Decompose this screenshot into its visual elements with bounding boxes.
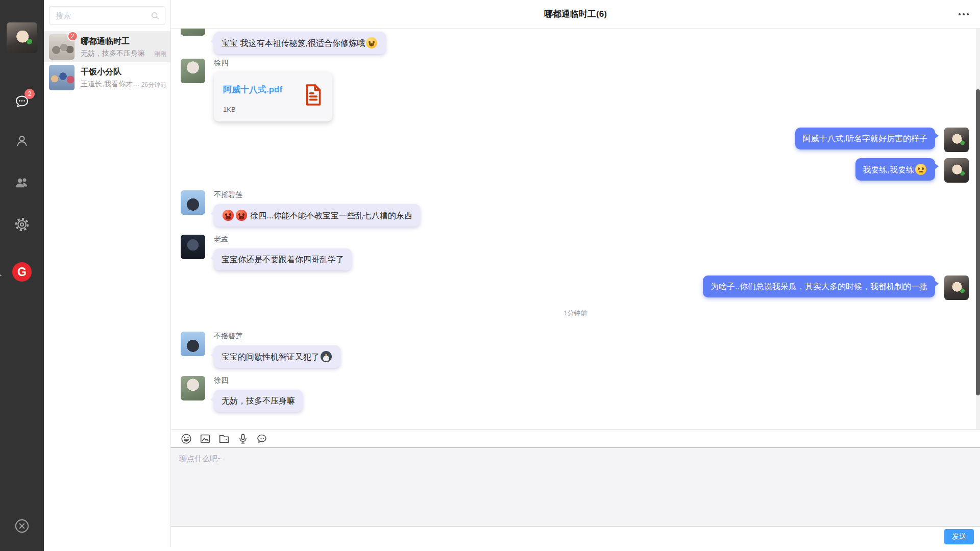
sender-avatar[interactable] [181, 29, 205, 36]
message-bubble: 宝宝的间歇性机智证又犯了 [214, 345, 340, 368]
message-left: 不摇碧莲 宝宝的间歇性机智证又犯了 [181, 332, 340, 368]
chat-title: 哪都通临时工(6) [171, 0, 980, 28]
nav-unread-badge: 2 [24, 89, 35, 99]
message-list: 宝宝 我这有本祖传秘笈,很适合你修炼哦 徐四 阿威十八式.pdf 1KB [171, 29, 980, 429]
chat-panel: 哪都通临时工(6) 宝宝 我这有本祖传秘笈,很适合你修炼哦 徐四 阿威十八式.p… [170, 0, 980, 547]
own-avatar[interactable] [944, 128, 969, 152]
message-left-file: 徐四 阿威十八式.pdf 1KB [181, 59, 332, 121]
conversation-title: 哪都通临时工 [81, 36, 130, 47]
file-attachment-card[interactable]: 阿威十八式.pdf 1KB [214, 71, 332, 121]
nav-rail: 2 [0, 0, 44, 551]
composer-toolbar [171, 430, 980, 447]
pdf-file-icon [304, 84, 323, 108]
hugging-face-emoji-icon [366, 37, 377, 48]
group-chat-icon [14, 174, 30, 193]
nav-item-close[interactable] [0, 512, 44, 542]
search-input[interactable] [49, 6, 165, 25]
penguin-emoji-icon [321, 351, 332, 362]
voice-microphone-icon[interactable] [237, 433, 249, 445]
message-bubble: 我要练,我要练 [855, 158, 935, 181]
conversation-preview: 王道长,我看你才… [81, 80, 140, 89]
file-name-link[interactable]: 阿威十八式.pdf [223, 84, 282, 95]
sender-name: 不摇碧莲 [214, 332, 340, 341]
message-bubble: 宝宝你还是不要跟着你四哥乱学了 [214, 248, 352, 270]
message-history-icon[interactable] [256, 433, 268, 445]
own-avatar[interactable] [944, 276, 969, 300]
sender-avatar[interactable] [181, 59, 205, 83]
sender-name: 徐四 [214, 376, 303, 385]
message-right: 我要练,我要练 [855, 158, 969, 183]
rage-face-emoji-icon [236, 210, 247, 221]
send-file-folder-icon[interactable] [218, 433, 230, 445]
send-button[interactable]: 发送 [944, 529, 974, 544]
nav-item-settings[interactable] [0, 210, 44, 241]
conversation-preview: 无妨，技多不压身嘛 [81, 49, 145, 58]
sender-name: 老孟 [214, 235, 352, 244]
user-avatar[interactable] [7, 22, 37, 53]
message-bubble: 徐四...你能不能不教宝宝一些乱七八糟的东西 [214, 204, 420, 227]
chat-app-window: 2 [0, 0, 980, 551]
conversation-time: 26分钟前 [141, 81, 166, 89]
logo-g-icon: G [12, 262, 32, 282]
melting-face-emoji-icon [915, 164, 926, 175]
conversation-item[interactable]: 干饭小分队 王道长,我看你才… 26分钟前 [44, 62, 170, 93]
close-icon [13, 517, 31, 537]
conversation-list-panel: 2 哪都通临时工 无妨，技多不压身嘛 刚刚 干饭小分队 王道长,我看你才… 26… [44, 0, 170, 551]
message-left: 徐四 无妨，技多不压身嘛 [181, 376, 303, 412]
settings-gear-icon [14, 217, 30, 234]
sender-avatar[interactable] [181, 190, 205, 215]
sender-avatar[interactable] [181, 235, 205, 259]
nav-item-logo[interactable]: G [0, 257, 44, 287]
time-divider: 1分钟前 [171, 309, 980, 318]
emoji-picker-icon[interactable] [180, 433, 192, 445]
rage-face-emoji-icon [223, 210, 234, 221]
send-row: 发送 [171, 527, 980, 547]
sender-avatar[interactable] [181, 376, 205, 400]
conversation-avatar [49, 65, 75, 90]
message-input[interactable] [171, 447, 980, 527]
message-bubble: 无妨，技多不压身嘛 [214, 390, 303, 412]
conversation-item[interactable]: 2 哪都通临时工 无妨，技多不压身嘛 刚刚 [44, 32, 170, 62]
send-image-icon[interactable] [199, 433, 211, 445]
conversation-unread-badge: 2 [67, 31, 78, 41]
message-right: 为啥子..你们总说我呆瓜，其实大多的时候，我都机制的一批 [703, 276, 969, 300]
search-section [44, 0, 170, 32]
conversation-title: 干饭小分队 [81, 67, 121, 78]
nav-item-group-chats[interactable] [0, 168, 44, 199]
chat-header: 哪都通临时工(6) [171, 0, 980, 29]
nav-item-contacts[interactable] [0, 127, 44, 157]
sender-name: 不摇碧莲 [214, 190, 420, 199]
message-bubble: 阿威十八式,听名字就好厉害的样子 [795, 128, 935, 149]
message-bubble: 为啥子..你们总说我呆瓜，其实大多的时候，我都机制的一批 [703, 276, 935, 297]
nav-item-chats[interactable] [0, 87, 44, 118]
message-left: 宝宝 我这有本祖传秘笈,很适合你修炼哦 [181, 29, 386, 54]
message-left: 老孟 宝宝你还是不要跟着你四哥乱学了 [181, 235, 352, 270]
message-bubble: 宝宝 我这有本祖传秘笈,很适合你修炼哦 [214, 32, 386, 54]
contacts-icon [14, 133, 30, 151]
scrollbar-thumb[interactable] [976, 89, 980, 395]
sender-avatar[interactable] [181, 332, 205, 356]
message-left: 不摇碧莲 徐四...你能不能不教宝宝一些乱七八糟的东西 [181, 190, 420, 227]
message-right: 阿威十八式,听名字就好厉害的样子 [795, 128, 969, 152]
conversation-time: 刚刚 [154, 50, 166, 59]
own-avatar[interactable] [944, 158, 969, 183]
search-icon[interactable] [150, 11, 160, 23]
composer: 发送 [171, 429, 980, 547]
more-ellipsis-icon[interactable] [959, 13, 969, 15]
file-size: 1KB [223, 106, 236, 113]
sender-name: 徐四 [214, 59, 332, 68]
collapse-arrow-icon[interactable]: ▸ [0, 271, 2, 279]
